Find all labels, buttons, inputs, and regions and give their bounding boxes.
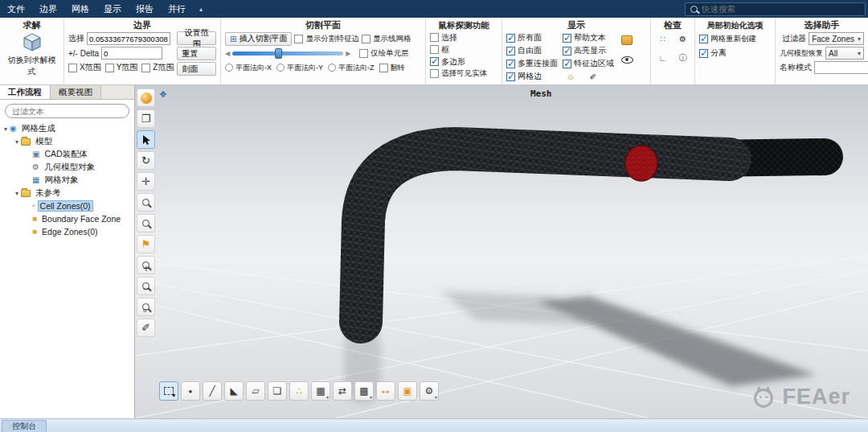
spheres-button[interactable]: ●●	[376, 381, 395, 401]
boundary-select-value-input[interactable]	[87, 32, 170, 45]
zoom-window-tool[interactable]	[137, 193, 155, 212]
tree-item-geometry-objects[interactable]: ⚙ 几何模型对象	[0, 161, 134, 174]
delta-input[interactable]	[101, 47, 162, 60]
graphics-viewport[interactable]: Mesh ❖ ❐ ↻ ✛ ⚑ + − ▫ ✐ ● ╱ ◣ ▱ ❏ ∴	[135, 85, 868, 418]
display-options-button[interactable]	[619, 33, 635, 47]
trackball-tool[interactable]	[137, 88, 155, 107]
cubes-button[interactable]: ▣	[398, 381, 417, 401]
checkbox-highlight[interactable]: 高亮显示	[563, 45, 606, 56]
checkbox-select-visible-entities[interactable]: 选择可见实体	[430, 68, 487, 79]
tab-outline-view[interactable]: 概要视图	[51, 85, 101, 99]
menu-item-report[interactable]: 报告	[129, 0, 161, 18]
filter-dropdown[interactable]: Face Zones▾	[809, 32, 864, 45]
select-tool[interactable]	[137, 130, 155, 149]
magnify-tool[interactable]	[137, 214, 155, 232]
tree-item-edge-zones[interactable]: ■ Edge Zones(0)	[0, 225, 134, 238]
tree-item-mesh-objects[interactable]: ▦ 网格对象	[0, 174, 134, 187]
menu-item-file[interactable]: 文件	[0, 0, 32, 18]
grid-button[interactable]: ▩▾	[354, 381, 374, 401]
expander-icon[interactable]: ▾	[2, 125, 10, 133]
viewport-badge-icon[interactable]: ❖	[159, 89, 167, 100]
ribbon-collapse-icon[interactable]: ▴	[193, 6, 209, 13]
tree-item-model[interactable]: ▾ 模型	[0, 135, 134, 148]
checkbox-free-faces[interactable]: 自由面	[506, 45, 542, 56]
checkbox-y-range[interactable]: Y范围	[105, 62, 138, 73]
checkbox-feature-edge-zones[interactable]: 特征边区域	[563, 58, 614, 69]
cells-button[interactable]: ❏	[268, 381, 287, 401]
checkbox-separate[interactable]: 分离	[699, 47, 727, 59]
section-button[interactable]: 剖面	[177, 62, 216, 76]
geometry-restore-dropdown[interactable]: All▾	[825, 47, 864, 60]
checkbox-probe-polygon[interactable]: 多边形	[430, 56, 465, 68]
tree-item-mesh-generation[interactable]: ▾ ◉ 网格生成	[0, 122, 134, 135]
radio-plane-normal-x[interactable]: 平面法向-X	[225, 63, 272, 73]
check-mesh-button[interactable]: ∷	[655, 31, 670, 46]
name-pattern-input[interactable]	[814, 61, 868, 74]
node-cluster-button[interactable]: ∴	[289, 381, 309, 401]
annotate-button[interactable]: ✐	[585, 69, 601, 84]
checkbox-show-wire-mesh[interactable]: 显示线网格	[362, 34, 411, 44]
checkbox-all-faces[interactable]: 所有面	[506, 32, 542, 43]
rotate-tool[interactable]: ↻	[137, 151, 155, 170]
watermark-text: FEAer	[782, 385, 850, 409]
checkbox-multi-faces[interactable]: 多重连接面	[506, 58, 558, 69]
checkbox-probe-select[interactable]: 选择	[430, 32, 457, 43]
radio-plane-normal-z[interactable]: 平面法向-Z	[328, 63, 375, 73]
expander-icon[interactable]: ▾	[13, 190, 21, 197]
search-input[interactable]	[702, 4, 860, 14]
switch-to-solve-button[interactable]: 切换到求解模式	[4, 55, 59, 77]
console-tab[interactable]: 控制台	[2, 420, 47, 432]
checkbox-label: 多重连接面	[518, 58, 558, 69]
tree-item-unreferenced[interactable]: ▾ 未参考	[0, 187, 134, 200]
slider-right-icon[interactable]: ▶	[346, 50, 350, 57]
tree-item-label: 未参考	[34, 187, 63, 199]
checkbox-z-range[interactable]: Z范围	[141, 62, 174, 73]
tree-item-cell-zones[interactable]: ▫ Cell Zones(0)	[0, 200, 134, 212]
exchange-button[interactable]: ⇄	[333, 381, 352, 401]
insert-cut-plane-button[interactable]: ⊞插入切割平面	[225, 32, 292, 46]
expander-icon[interactable]: ▾	[13, 138, 21, 146]
tab-workflow[interactable]: 工作流程	[0, 85, 51, 99]
checkbox-probe-box[interactable]: 框	[430, 44, 449, 56]
display-settings-button[interactable]: ☼	[563, 69, 579, 84]
gears-button[interactable]: ⚙▾	[420, 381, 439, 401]
pan-tool[interactable]: ✛	[137, 172, 155, 191]
visibility-button[interactable]	[619, 52, 635, 67]
view-orientation-tool[interactable]: ❐	[137, 109, 155, 128]
set-range-button[interactable]: 设置范围	[177, 31, 216, 45]
quick-search[interactable]	[685, 2, 866, 16]
measure-angle-button[interactable]: ∟	[655, 51, 670, 65]
cut-plane-slider[interactable]	[232, 51, 343, 56]
zone-grid-button[interactable]: ▦▾	[311, 381, 330, 401]
check-quality-button[interactable]: ⚙	[675, 31, 690, 46]
tree-filter-input[interactable]	[5, 104, 129, 118]
zoom-out-tool[interactable]: −	[137, 277, 155, 295]
menu-item-parallel[interactable]: 并行	[161, 0, 193, 18]
filter-select-button[interactable]	[159, 381, 178, 401]
menu-item-boundary[interactable]: 边界	[32, 0, 64, 18]
checkbox-draw-cell-layer[interactable]: 仅绘单元层	[359, 48, 409, 59]
radio-plane-normal-y[interactable]: 平面法向-Y	[276, 63, 323, 73]
checkbox-help-text[interactable]: 帮助文本	[563, 32, 606, 43]
zoom-fit-tool[interactable]: ▫	[137, 298, 155, 316]
tree-item-boundary-face-zone[interactable]: ■ Boundary Face Zone	[0, 212, 134, 225]
probe-flag-tool[interactable]: ⚑	[137, 235, 155, 253]
checkbox-flip[interactable]: 翻转	[379, 63, 405, 73]
slider-handle[interactable]	[275, 48, 282, 59]
menu-item-mesh[interactable]: 网格	[64, 0, 96, 18]
checkbox-show-cut-feature-edges[interactable]: 显示分割特征边	[294, 34, 359, 44]
checkbox-mesh-recreate[interactable]: 网格重新创建	[699, 34, 756, 44]
tree-item-cad-assembly[interactable]: ▣ CAD装配体	[0, 148, 134, 161]
checkbox-mesh-edges[interactable]: 网格边	[506, 71, 542, 82]
faces-button[interactable]: ◣	[224, 381, 244, 401]
points-button[interactable]: ●	[181, 381, 200, 401]
pick-tool[interactable]: ✐	[137, 319, 155, 337]
zoom-in-tool[interactable]: +	[137, 256, 155, 274]
info-button[interactable]: ⓘ	[675, 51, 690, 65]
edges-button[interactable]: ╱	[203, 381, 222, 401]
menu-item-display[interactable]: 显示	[96, 0, 129, 18]
quads-button[interactable]: ▱	[246, 381, 265, 401]
checkbox-x-range[interactable]: X范围	[68, 62, 101, 73]
slider-left-icon[interactable]: ◀	[225, 50, 230, 57]
reset-button[interactable]: 重置	[177, 47, 216, 60]
